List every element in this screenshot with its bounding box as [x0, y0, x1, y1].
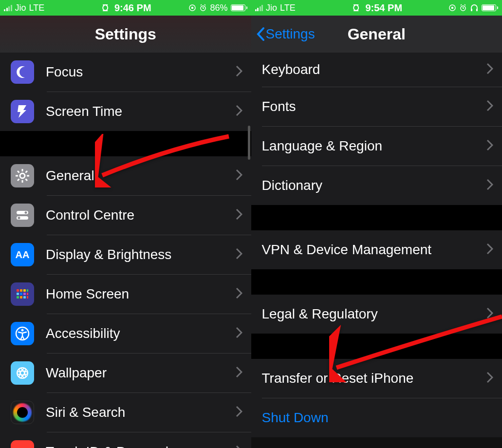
- row-transfer-reset[interactable]: Transfer or Reset iPhone: [251, 359, 502, 398]
- row-language-region[interactable]: Language & Region: [251, 127, 502, 166]
- phone-right-general: Jio LTE 9:54 PM Settings General Keyboar…: [251, 0, 502, 448]
- chevron-right-icon: [236, 169, 242, 183]
- row-label: Language & Region: [262, 138, 487, 154]
- battery-icon: [231, 4, 247, 11]
- general-list-g2[interactable]: VPN & Device Management: [251, 230, 502, 269]
- headphones-icon: [470, 4, 479, 12]
- row-label: Legal & Regulatory: [262, 306, 487, 322]
- row-fonts[interactable]: Fonts: [251, 87, 502, 126]
- svg-rect-13: [17, 293, 19, 295]
- svg-rect-28: [451, 7, 453, 9]
- svg-rect-15: [23, 293, 26, 295]
- chevron-left-icon: [256, 27, 265, 41]
- screen-time-icon: [11, 100, 34, 123]
- row-label: Dictionary: [262, 178, 487, 193]
- row-touch-id-passcode[interactable]: Touch ID & Passcode: [0, 432, 251, 448]
- row-focus[interactable]: Focus: [0, 53, 251, 92]
- carrier-label: Jio: [266, 3, 277, 13]
- row-keyboard[interactable]: Keyboard: [251, 53, 502, 87]
- row-siri-search[interactable]: Siri & Search: [0, 393, 251, 432]
- row-dictionary[interactable]: Dictionary: [251, 166, 502, 205]
- chevron-right-icon: [236, 65, 242, 79]
- svg-point-7: [18, 217, 20, 219]
- svg-rect-1: [191, 7, 193, 9]
- accessibility-icon: [11, 322, 34, 345]
- general-list-g1[interactable]: Keyboard Fonts Language & Region Diction…: [251, 53, 502, 205]
- control-centre-icon: [11, 204, 34, 227]
- chevron-right-icon: [486, 243, 493, 257]
- settings-list[interactable]: Focus Screen Time: [0, 53, 251, 131]
- dnd-icon: [178, 4, 186, 12]
- nav-header: Settings: [0, 16, 251, 53]
- display-brightness-icon: AA: [11, 243, 34, 266]
- row-screen-time[interactable]: Screen Time: [0, 92, 251, 131]
- rotation-lock-icon: [448, 4, 456, 12]
- section-gap: [0, 131, 251, 156]
- clock-time: 9:54 PM: [365, 2, 402, 14]
- page-title: General: [348, 25, 406, 43]
- status-bar: Jio LTE 9:54 PM: [251, 0, 502, 16]
- back-button[interactable]: Settings: [256, 26, 315, 42]
- alarm-icon: [459, 4, 467, 12]
- settings-list-main[interactable]: General Control Centre AA Display & Brig…: [0, 156, 251, 448]
- svg-rect-10: [20, 289, 22, 292]
- row-vpn-device-management[interactable]: VPN & Device Management: [251, 230, 502, 269]
- back-label: Settings: [266, 26, 315, 42]
- signal-bars-icon: [4, 4, 12, 11]
- clock-time: 9:46 PM: [114, 2, 151, 14]
- chevron-right-icon: [486, 372, 493, 385]
- chevron-right-icon: [486, 63, 493, 76]
- scrollbar[interactable]: [248, 126, 250, 160]
- svg-rect-19: [23, 296, 26, 299]
- row-label: Keyboard: [262, 62, 487, 77]
- section-gap: [251, 205, 502, 230]
- row-general[interactable]: General: [0, 156, 251, 195]
- svg-rect-9: [17, 289, 19, 292]
- chevron-right-icon: [236, 366, 242, 380]
- phone-left-settings: Jio LTE 9:46 PM 86% Settings Focus: [0, 0, 251, 448]
- rotation-lock-icon: [188, 4, 196, 12]
- network-label: LTE: [29, 3, 45, 13]
- chevron-right-icon: [486, 139, 493, 153]
- chevron-right-icon: [236, 287, 242, 301]
- page-title: Settings: [95, 25, 156, 43]
- gear-icon: [11, 164, 34, 187]
- row-display-brightness[interactable]: AA Display & Brightness: [0, 235, 251, 274]
- chevron-right-icon: [486, 307, 493, 321]
- battery-pct: 86%: [210, 3, 227, 13]
- chevron-right-icon: [236, 327, 242, 340]
- general-list-g3[interactable]: Legal & Regulatory: [251, 295, 502, 334]
- svg-text:AA: AA: [16, 249, 30, 260]
- general-list-g4[interactable]: Transfer or Reset iPhone Shut Down: [251, 359, 502, 437]
- row-label: Shut Down: [262, 410, 494, 426]
- row-label: Touch ID & Passcode: [46, 444, 236, 448]
- row-label: Transfer or Reset iPhone: [262, 371, 487, 386]
- battery-fill: [232, 5, 243, 10]
- chevron-right-icon: [236, 208, 242, 222]
- row-label: General: [46, 168, 236, 184]
- nav-header: Settings General: [251, 16, 502, 53]
- row-accessibility[interactable]: Accessibility: [0, 314, 251, 353]
- row-shut-down[interactable]: Shut Down: [251, 398, 502, 437]
- row-label: Siri & Search: [46, 405, 236, 420]
- status-bar: Jio LTE 9:46 PM 86%: [0, 0, 251, 16]
- svg-rect-30: [471, 9, 472, 11]
- section-gap: [251, 269, 502, 295]
- row-home-screen[interactable]: Home Screen: [0, 275, 251, 314]
- hotspot-icon: [351, 4, 361, 11]
- svg-rect-18: [20, 296, 22, 299]
- svg-point-22: [21, 329, 24, 332]
- wallpaper-icon: [11, 361, 34, 385]
- row-control-centre[interactable]: Control Centre: [0, 196, 251, 235]
- row-legal-regulatory[interactable]: Legal & Regulatory: [251, 295, 502, 334]
- row-wallpaper[interactable]: Wallpaper: [0, 354, 251, 392]
- battery-icon: [482, 4, 498, 11]
- siri-icon: [11, 401, 34, 424]
- signal-bars-icon: [255, 4, 263, 11]
- svg-point-3: [20, 173, 25, 178]
- touch-id-icon: [11, 440, 34, 448]
- chevron-right-icon: [236, 105, 242, 118]
- alarm-icon: [199, 4, 207, 12]
- chevron-right-icon: [236, 445, 242, 448]
- chevron-right-icon: [236, 406, 242, 419]
